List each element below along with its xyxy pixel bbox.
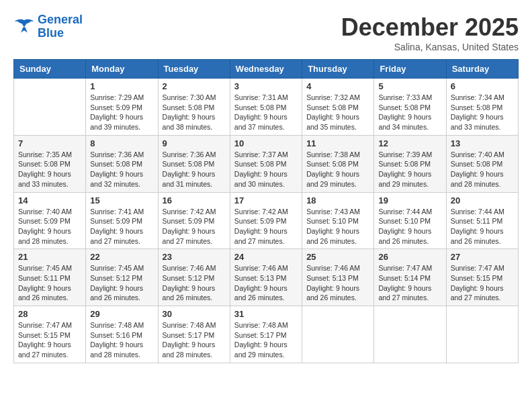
day-number: 6 [451, 81, 514, 91]
day-number: 14 [18, 195, 81, 205]
day-info: Sunrise: 7:48 AM Sunset: 5:17 PM Dayligh… [234, 320, 298, 360]
week-row-3: 14Sunrise: 7:40 AM Sunset: 5:09 PM Dayli… [14, 192, 519, 249]
day-number: 21 [18, 252, 81, 262]
calendar-cell: 26Sunrise: 7:47 AM Sunset: 5:14 PM Dayli… [374, 249, 446, 306]
calendar-cell: 9Sunrise: 7:36 AM Sunset: 5:08 PM Daylig… [158, 135, 230, 192]
calendar-cell: 17Sunrise: 7:42 AM Sunset: 5:09 PM Dayli… [230, 192, 302, 249]
calendar-cell: 21Sunrise: 7:45 AM Sunset: 5:11 PM Dayli… [14, 249, 86, 306]
day-info: Sunrise: 7:43 AM Sunset: 5:10 PM Dayligh… [306, 207, 369, 246]
calendar-cell: 25Sunrise: 7:46 AM Sunset: 5:13 PM Dayli… [302, 249, 374, 306]
calendar-cell: 18Sunrise: 7:43 AM Sunset: 5:10 PM Dayli… [302, 192, 374, 249]
day-number: 9 [163, 138, 226, 148]
calendar-cell: 16Sunrise: 7:42 AM Sunset: 5:09 PM Dayli… [158, 192, 230, 249]
day-info: Sunrise: 7:46 AM Sunset: 5:13 PM Dayligh… [306, 263, 369, 303]
calendar-cell: 6Sunrise: 7:34 AM Sunset: 5:08 PM Daylig… [446, 79, 518, 136]
day-info: Sunrise: 7:31 AM Sunset: 5:08 PM Dayligh… [234, 93, 298, 132]
calendar-cell: 2Sunrise: 7:30 AM Sunset: 5:08 PM Daylig… [158, 79, 230, 136]
calendar-cell [446, 306, 518, 363]
weekday-header-saturday: Saturday [446, 60, 518, 79]
calendar-cell: 10Sunrise: 7:37 AM Sunset: 5:08 PM Dayli… [230, 135, 302, 192]
calendar-cell: 22Sunrise: 7:45 AM Sunset: 5:12 PM Dayli… [86, 249, 158, 306]
day-info: Sunrise: 7:45 AM Sunset: 5:11 PM Dayligh… [18, 263, 81, 303]
day-info: Sunrise: 7:29 AM Sunset: 5:09 PM Dayligh… [90, 93, 153, 132]
day-number: 4 [306, 81, 369, 91]
day-number: 16 [163, 195, 226, 205]
weekday-header-thursday: Thursday [302, 60, 374, 79]
calendar-cell: 4Sunrise: 7:32 AM Sunset: 5:08 PM Daylig… [302, 79, 374, 136]
title-area: December 2025 Salina, Kansas, United Sta… [341, 13, 519, 52]
day-info: Sunrise: 7:38 AM Sunset: 5:08 PM Dayligh… [306, 150, 369, 189]
day-info: Sunrise: 7:32 AM Sunset: 5:08 PM Dayligh… [306, 93, 369, 132]
day-info: Sunrise: 7:35 AM Sunset: 5:08 PM Dayligh… [18, 150, 81, 189]
day-number: 28 [18, 309, 81, 319]
calendar-cell [14, 79, 86, 136]
day-info: Sunrise: 7:41 AM Sunset: 5:09 PM Dayligh… [90, 207, 153, 246]
day-number: 8 [90, 138, 153, 148]
day-info: Sunrise: 7:39 AM Sunset: 5:08 PM Dayligh… [378, 150, 441, 189]
month-title: December 2025 [341, 13, 519, 42]
day-number: 30 [163, 309, 226, 319]
day-number: 15 [90, 195, 153, 205]
calendar-cell: 12Sunrise: 7:39 AM Sunset: 5:08 PM Dayli… [374, 135, 446, 192]
calendar: SundayMondayTuesdayWednesdayThursdayFrid… [13, 59, 519, 363]
day-number: 29 [90, 309, 153, 319]
calendar-cell: 3Sunrise: 7:31 AM Sunset: 5:08 PM Daylig… [230, 79, 302, 136]
day-number: 5 [378, 81, 441, 91]
calendar-cell [374, 306, 446, 363]
calendar-cell: 20Sunrise: 7:44 AM Sunset: 5:11 PM Dayli… [446, 192, 518, 249]
calendar-cell: 31Sunrise: 7:48 AM Sunset: 5:17 PM Dayli… [230, 306, 302, 363]
calendar-cell: 11Sunrise: 7:38 AM Sunset: 5:08 PM Dayli… [302, 135, 374, 192]
day-number: 26 [378, 252, 441, 262]
day-number: 13 [451, 138, 514, 148]
week-row-4: 21Sunrise: 7:45 AM Sunset: 5:11 PM Dayli… [14, 249, 519, 306]
logo: General Blue [13, 13, 83, 40]
day-number: 25 [306, 252, 369, 262]
day-info: Sunrise: 7:37 AM Sunset: 5:08 PM Dayligh… [234, 150, 298, 189]
day-number: 2 [163, 81, 226, 91]
day-info: Sunrise: 7:42 AM Sunset: 5:09 PM Dayligh… [234, 207, 298, 246]
logo-line2: Blue [38, 27, 83, 40]
logo-bird-icon [13, 17, 35, 36]
day-number: 7 [18, 138, 81, 148]
day-number: 10 [234, 138, 298, 148]
weekday-header-friday: Friday [374, 60, 446, 79]
calendar-cell: 28Sunrise: 7:47 AM Sunset: 5:15 PM Dayli… [14, 306, 86, 363]
calendar-cell: 19Sunrise: 7:44 AM Sunset: 5:10 PM Dayli… [374, 192, 446, 249]
day-info: Sunrise: 7:36 AM Sunset: 5:08 PM Dayligh… [163, 150, 226, 189]
day-info: Sunrise: 7:34 AM Sunset: 5:08 PM Dayligh… [451, 93, 514, 132]
day-info: Sunrise: 7:36 AM Sunset: 5:08 PM Dayligh… [90, 150, 153, 189]
day-number: 24 [234, 252, 298, 262]
calendar-cell: 14Sunrise: 7:40 AM Sunset: 5:09 PM Dayli… [14, 192, 86, 249]
day-info: Sunrise: 7:42 AM Sunset: 5:09 PM Dayligh… [163, 207, 226, 246]
day-number: 23 [163, 252, 226, 262]
calendar-cell: 7Sunrise: 7:35 AM Sunset: 5:08 PM Daylig… [14, 135, 86, 192]
day-number: 18 [306, 195, 369, 205]
weekday-header-sunday: Sunday [14, 60, 86, 79]
calendar-cell: 8Sunrise: 7:36 AM Sunset: 5:08 PM Daylig… [86, 135, 158, 192]
weekday-header-tuesday: Tuesday [158, 60, 230, 79]
day-info: Sunrise: 7:30 AM Sunset: 5:08 PM Dayligh… [163, 93, 226, 132]
day-number: 27 [451, 252, 514, 262]
weekday-header-wednesday: Wednesday [230, 60, 302, 79]
day-info: Sunrise: 7:40 AM Sunset: 5:08 PM Dayligh… [451, 150, 514, 189]
weekday-header-monday: Monday [86, 60, 158, 79]
calendar-cell: 13Sunrise: 7:40 AM Sunset: 5:08 PM Dayli… [446, 135, 518, 192]
week-row-2: 7Sunrise: 7:35 AM Sunset: 5:08 PM Daylig… [14, 135, 519, 192]
calendar-cell: 29Sunrise: 7:48 AM Sunset: 5:16 PM Dayli… [86, 306, 158, 363]
week-row-5: 28Sunrise: 7:47 AM Sunset: 5:15 PM Dayli… [14, 306, 519, 363]
location: Salina, Kansas, United States [341, 42, 519, 52]
day-number: 1 [90, 81, 153, 91]
day-number: 11 [306, 138, 369, 148]
calendar-cell [302, 306, 374, 363]
day-info: Sunrise: 7:45 AM Sunset: 5:12 PM Dayligh… [90, 263, 153, 303]
calendar-cell: 15Sunrise: 7:41 AM Sunset: 5:09 PM Dayli… [86, 192, 158, 249]
calendar-cell: 1Sunrise: 7:29 AM Sunset: 5:09 PM Daylig… [86, 79, 158, 136]
day-info: Sunrise: 7:48 AM Sunset: 5:16 PM Dayligh… [90, 320, 153, 360]
calendar-cell: 5Sunrise: 7:33 AM Sunset: 5:08 PM Daylig… [374, 79, 446, 136]
day-number: 19 [378, 195, 441, 205]
day-info: Sunrise: 7:46 AM Sunset: 5:13 PM Dayligh… [234, 263, 298, 303]
header: General Blue December 2025 Salina, Kansa… [13, 13, 519, 52]
day-number: 12 [378, 138, 441, 148]
day-info: Sunrise: 7:44 AM Sunset: 5:10 PM Dayligh… [378, 207, 441, 246]
day-info: Sunrise: 7:40 AM Sunset: 5:09 PM Dayligh… [18, 207, 81, 246]
